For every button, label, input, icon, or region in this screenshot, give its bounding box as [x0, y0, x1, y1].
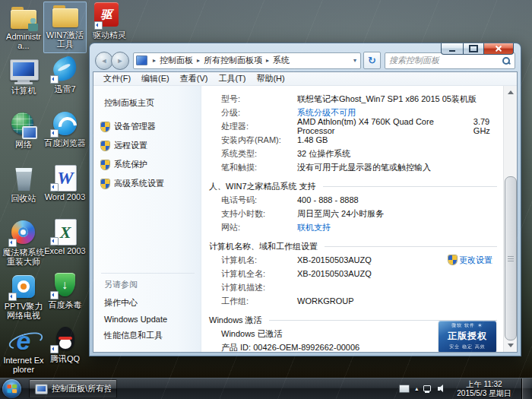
- volume-tray-icon[interactable]: [438, 385, 447, 393]
- sidebar-item-label: 系统保护: [114, 159, 147, 170]
- shortcut-arrow-icon: [50, 237, 59, 245]
- genuine-software-badge[interactable]: 微软 软件✶ 正版授权 安全 稳定 高效: [439, 321, 496, 352]
- badge-main-text: 正版授权: [441, 330, 494, 343]
- sidebar-item-label: 远程设置: [114, 140, 147, 151]
- minimize-button[interactable]: [441, 43, 464, 55]
- desktop-icon-qq[interactable]: 腾讯QQ: [43, 325, 87, 377]
- online-support-link[interactable]: 联机支持: [297, 222, 331, 233]
- desktop-icon-computer[interactable]: 计算机: [2, 57, 46, 109]
- mofazhu-icon: [8, 220, 39, 247]
- desktop-icon-label: PPTV聚力 网络电视: [2, 302, 45, 320]
- desktop-icon-baidu-antivirus[interactable]: ↓ 百度杀毒: [43, 271, 87, 323]
- word-icon: W: [50, 164, 81, 192]
- desktop-icon-word-2003[interactable]: W Word 2003: [43, 163, 87, 215]
- desktop-icon-excel-2003[interactable]: X Excel 2003: [43, 217, 87, 269]
- refresh-button[interactable]: ↻: [363, 52, 381, 69]
- qq-penguin-icon: [50, 326, 81, 353]
- clock-time: 上午 11:32: [457, 380, 511, 389]
- baidu-antivirus-shield-icon: ↓: [50, 272, 81, 299]
- chevron-right-icon: ▸: [262, 57, 273, 64]
- menu-help[interactable]: 帮助(H): [251, 73, 290, 84]
- desktop-icon-mofazhu[interactable]: 魔法猪系统重装大师: [2, 219, 46, 271]
- see-also-section: 另请参阅 操作中心 Windows Update 性能信息和工具: [101, 273, 195, 347]
- show-desktop-button[interactable]: [521, 378, 530, 399]
- field-value: 周日至周六 24小时服务: [297, 208, 384, 220]
- system-type-row: 系统类型: 32 位操作系统: [221, 147, 503, 160]
- field-label: 计算机名:: [221, 255, 297, 266]
- field-label: 系统类型:: [221, 148, 297, 160]
- pen-touch-row: 笔和触摸: 没有可用于此显示器的笔或触控输入: [221, 160, 503, 174]
- change-settings-link[interactable]: 更改设置: [448, 255, 492, 266]
- sidebar-advanced-settings[interactable]: 高级系统设置: [101, 178, 201, 189]
- desktop-icon-label: 驱动精灵: [93, 30, 126, 40]
- sidebar-windows-update[interactable]: Windows Update: [104, 315, 195, 324]
- sidebar-action-center[interactable]: 操作中心: [104, 297, 195, 309]
- start-button[interactable]: [2, 379, 21, 398]
- taskbar-button-control-panel[interactable]: 控制面板\所有控...: [29, 379, 117, 398]
- desktop-icon-win7-activator[interactable]: WIN7激活工具: [43, 2, 87, 53]
- system-info-panel: 型号: 联想笔记本Ghost_Win7 SP1 x86 2015 05装机版 分…: [201, 86, 503, 352]
- maximize-button[interactable]: [464, 43, 484, 55]
- desktop-icon-recycle-bin[interactable]: 回收站: [2, 165, 46, 217]
- sidebar-device-manager[interactable]: 设备管理器: [101, 121, 201, 132]
- scroll-up-arrow-icon[interactable]: [504, 86, 517, 99]
- desktop-icon-label: 百度杀毒: [49, 300, 82, 309]
- network-tray-icon[interactable]: [423, 385, 432, 393]
- driver-genius-icon: 驱: [94, 2, 125, 30]
- desktop-icon-network[interactable]: 网络: [2, 111, 46, 163]
- desktop-icon-internet-explorer[interactable]: e Internet Explorer: [2, 327, 46, 378]
- scroll-down-arrow-icon[interactable]: [504, 339, 517, 352]
- control-panel-window-icon: [35, 384, 48, 394]
- field-value: 400 - 888 - 8888: [297, 195, 359, 204]
- chevron-right-icon: ▸: [193, 57, 204, 64]
- menu-view[interactable]: 查看(V): [175, 73, 214, 84]
- vertical-scrollbar[interactable]: [503, 86, 517, 352]
- support-section-header: 人、WIN7之家精品系统 支持: [209, 179, 503, 193]
- taskbar: 控制面板\所有控... ▴ 上午 11:32 2015/5/3 星期日: [0, 378, 532, 399]
- field-label: 分级:: [221, 107, 297, 119]
- breadcrumb-control-panel[interactable]: 控制面板: [160, 55, 193, 66]
- field-value: XB-20150503AUZQ: [297, 269, 372, 278]
- shortcut-arrow-icon: [50, 129, 59, 138]
- desktop-icon-label: Word 2003: [45, 192, 86, 201]
- desktop-icon-label: Internet Explorer: [2, 356, 45, 374]
- breadcrumb-system[interactable]: 系统: [273, 55, 290, 66]
- menu-edit[interactable]: 编辑(E): [136, 73, 175, 84]
- menu-file[interactable]: 文件(F): [98, 73, 136, 84]
- desktop-icon-baidu-browser[interactable]: 百度浏览器: [43, 109, 87, 161]
- activation-status: Windows 已激活: [221, 328, 283, 340]
- model-row: 型号: 联想笔记本Ghost_Win7 SP1 x86 2015 05装机版: [221, 92, 503, 106]
- uac-shield-icon: [101, 141, 109, 150]
- field-label: 网站:: [221, 222, 297, 233]
- sidebar-system-protection[interactable]: 系统保护: [101, 159, 201, 170]
- desktop-icon-pptv[interactable]: PPTV聚力 网络电视: [2, 273, 46, 325]
- computer-name-row: 计算机名: XB-20150503AUZQ 更改设置: [221, 253, 503, 267]
- sidebar: 控制面板主页 设备管理器 远程设置 系统保护: [93, 86, 201, 352]
- desktop-icons-column-1: Administra... 计算机 网络 回收站 魔法猪系统重装大师 PPTV聚…: [2, 3, 46, 381]
- breadcrumb-all-items[interactable]: 所有控制面板项: [204, 55, 262, 66]
- menu-tools[interactable]: 工具(T): [213, 73, 251, 84]
- scrollbar-thumb[interactable]: [505, 176, 517, 340]
- sidebar-control-panel-home[interactable]: 控制面板主页: [104, 97, 201, 109]
- workgroup-row: 工作组: WORKGROUP: [221, 294, 503, 308]
- input-indicator-icon[interactable]: [399, 385, 410, 393]
- desktop-icon-label: 腾讯QQ: [50, 354, 80, 363]
- desktop-icon-administrator[interactable]: Administra...: [2, 3, 46, 55]
- shortcut-arrow-icon: [50, 291, 59, 299]
- shortcut-arrow-icon: [8, 239, 17, 247]
- clock-date: 2015/5/3 星期日: [457, 389, 511, 398]
- desktop-icon-label: Excel 2003: [44, 246, 85, 255]
- desktop-icon-xunlei[interactable]: 迅雷7: [43, 55, 87, 107]
- close-button[interactable]: [484, 43, 514, 55]
- sidebar-remote-settings[interactable]: 远程设置: [101, 140, 201, 151]
- show-hidden-icons-arrow[interactable]: ▴: [415, 385, 418, 392]
- sidebar-performance-tools[interactable]: 性能信息和工具: [104, 330, 195, 341]
- field-value: 没有可用于此显示器的笔或触控输入: [297, 162, 431, 173]
- taskbar-clock[interactable]: 上午 11:32 2015/5/3 星期日: [452, 380, 516, 398]
- badge-bottom-text: 安全 稳定 高效: [441, 344, 494, 350]
- address-dropdown-icon[interactable]: ▾: [352, 57, 358, 64]
- phone-row: 电话号码: 400 - 888 - 8888: [221, 193, 503, 207]
- pptv-icon: [8, 274, 39, 301]
- forward-button[interactable]: ►: [111, 52, 129, 70]
- address-bar[interactable]: ▸ 控制面板 ▸ 所有控制面板项 ▸ 系统 ▾: [133, 52, 361, 69]
